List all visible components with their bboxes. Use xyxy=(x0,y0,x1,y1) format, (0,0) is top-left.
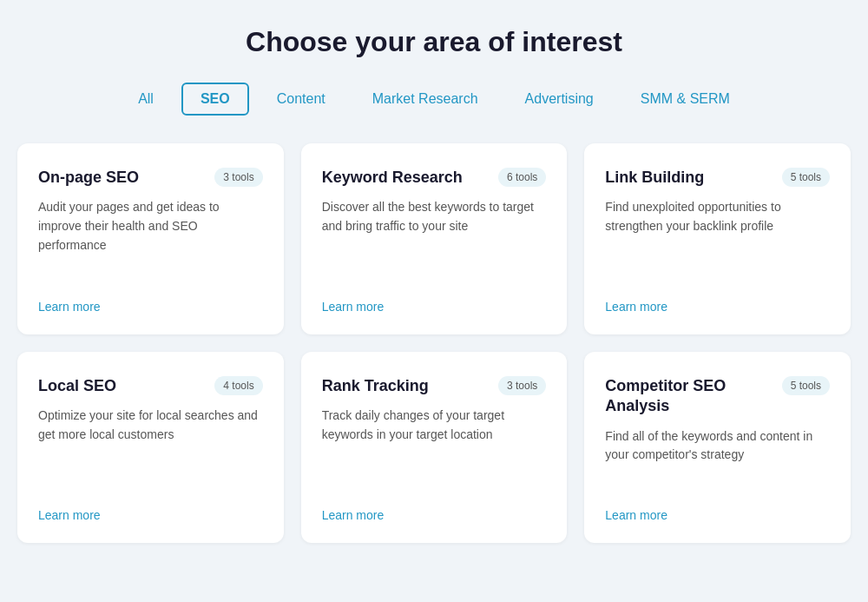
card-badge-competitor-seo-analysis: 5 tools xyxy=(782,376,830,395)
card-learn-more-on-page-seo[interactable]: Learn more xyxy=(38,300,263,314)
card-header-competitor-seo-analysis: Competitor SEO Analysis5 tools xyxy=(605,376,830,417)
card-competitor-seo-analysis: Competitor SEO Analysis5 toolsFind all o… xyxy=(584,352,851,543)
card-badge-keyword-research: 6 tools xyxy=(498,168,546,187)
card-learn-more-rank-tracking[interactable]: Learn more xyxy=(322,508,547,522)
tab-advertising[interactable]: Advertising xyxy=(506,83,613,116)
card-link-building: Link Building5 toolsFind unexploited opp… xyxy=(584,143,851,334)
card-badge-on-page-seo: 3 tools xyxy=(214,168,262,187)
card-rank-tracking: Rank Tracking3 toolsTrack daily changes … xyxy=(301,352,568,543)
tab-smm-serm[interactable]: SMM & SERM xyxy=(621,83,749,116)
card-learn-more-local-seo[interactable]: Learn more xyxy=(38,508,263,522)
card-title-local-seo: Local SEO xyxy=(38,376,214,396)
page-title: Choose your area of interest xyxy=(17,26,851,58)
card-keyword-research: Keyword Research6 toolsDiscover all the … xyxy=(301,143,568,334)
card-learn-more-keyword-research[interactable]: Learn more xyxy=(322,300,547,314)
card-description-on-page-seo: Audit your pages and get ideas to improv… xyxy=(38,198,263,279)
card-title-keyword-research: Keyword Research xyxy=(322,168,498,188)
card-title-rank-tracking: Rank Tracking xyxy=(322,376,498,396)
card-description-competitor-seo-analysis: Find all of the keywords and content in … xyxy=(605,427,830,487)
card-header-rank-tracking: Rank Tracking3 tools xyxy=(322,376,547,396)
card-description-link-building: Find unexploited opportunities to streng… xyxy=(605,198,830,279)
cards-grid: On-page SEO3 toolsAudit your pages and g… xyxy=(17,143,851,543)
card-badge-local-seo: 4 tools xyxy=(214,376,262,395)
card-header-link-building: Link Building5 tools xyxy=(605,168,830,188)
tabs-bar: AllSEOContentMarket ResearchAdvertisingS… xyxy=(17,83,851,116)
tab-seo[interactable]: SEO xyxy=(181,83,249,116)
card-local-seo: Local SEO4 toolsOptimize your site for l… xyxy=(17,352,284,543)
card-on-page-seo: On-page SEO3 toolsAudit your pages and g… xyxy=(17,143,284,334)
main-container: Choose your area of interest AllSEOConte… xyxy=(17,26,851,543)
card-badge-link-building: 5 tools xyxy=(782,168,830,187)
card-description-rank-tracking: Track daily changes of your target keywo… xyxy=(322,407,547,487)
card-description-local-seo: Optimize your site for local searches an… xyxy=(38,407,263,487)
tab-all[interactable]: All xyxy=(119,83,173,116)
card-title-on-page-seo: On-page SEO xyxy=(38,168,214,188)
card-learn-more-competitor-seo-analysis[interactable]: Learn more xyxy=(605,508,830,522)
card-header-on-page-seo: On-page SEO3 tools xyxy=(38,168,263,188)
tab-content[interactable]: Content xyxy=(258,83,345,116)
card-badge-rank-tracking: 3 tools xyxy=(498,376,546,395)
card-title-competitor-seo-analysis: Competitor SEO Analysis xyxy=(605,376,781,417)
card-header-keyword-research: Keyword Research6 tools xyxy=(322,168,547,188)
card-title-link-building: Link Building xyxy=(605,168,781,188)
tab-market-research[interactable]: Market Research xyxy=(353,83,497,116)
card-learn-more-link-building[interactable]: Learn more xyxy=(605,300,830,314)
card-description-keyword-research: Discover all the best keywords to target… xyxy=(322,198,547,279)
card-header-local-seo: Local SEO4 tools xyxy=(38,376,263,396)
